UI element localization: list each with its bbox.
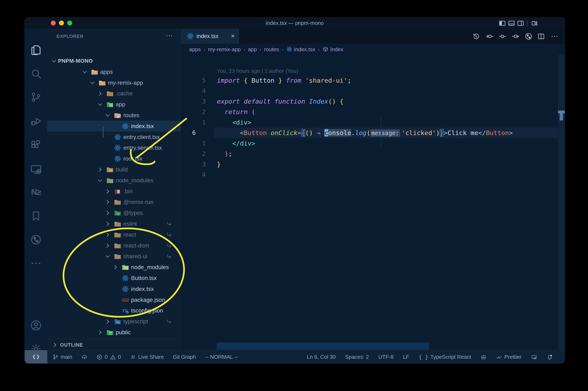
breadcrumb-my-remix-app[interactable]: my-remix-app	[208, 44, 241, 55]
code-line-5[interactable]: <div>	[217, 117, 251, 128]
tree-item-eslint[interactable]: eslint	[47, 218, 181, 229]
tree-item-shared-ui[interactable]: shared-ui	[47, 251, 181, 262]
previous-change-icon[interactable]	[486, 32, 494, 40]
tree-item-node-modules[interactable]: JSnode_modules	[47, 175, 181, 186]
titlebar-divider	[527, 20, 528, 26]
status-prettier[interactable]: Prettier	[496, 354, 522, 360]
activity-gitlens-gitlens-icon[interactable]	[30, 234, 42, 246]
tree-item-node-modules[interactable]: JSnode_modules	[47, 262, 181, 273]
code-token: onsole	[328, 129, 351, 136]
code-line-4[interactable]: return (	[217, 107, 255, 117]
status-notifications[interactable]	[547, 354, 553, 360]
tree-item-typescript[interactable]: TStypescript	[47, 316, 181, 327]
split-editor-icon[interactable]	[537, 32, 545, 40]
chevron-down-icon	[105, 112, 111, 118]
next-change-icon[interactable]	[511, 32, 519, 40]
tree-item-button-tsx[interactable]: Button.tsx	[47, 273, 181, 284]
status-language-mode[interactable]: { }TypeScript React	[419, 354, 471, 360]
status-branch[interactable]: main	[52, 354, 72, 360]
tree-item-entry-client-tsx[interactable]: entry.client.tsx	[47, 132, 181, 142]
breadcrumb-routes[interactable]: routes	[264, 44, 279, 55]
status-indentation[interactable]: Spaces: 2	[345, 354, 369, 360]
tree-item-routes[interactable]: routes	[47, 110, 181, 121]
status-vim-mode[interactable]: -- NORMAL --	[205, 354, 238, 360]
tree-item-label: eslint	[123, 218, 137, 229]
tree-item--types[interactable]: TS@types	[47, 207, 181, 218]
explorer-header: EXPLORER	[57, 29, 84, 44]
activity-bookmarks-bookmark-icon[interactable]	[30, 210, 42, 222]
tree-item-public[interactable]: public	[47, 327, 181, 338]
activity-nx-console-nx-console-icon[interactable]: N≥	[30, 186, 42, 198]
activity-more-views-ellipsis-icon[interactable]	[30, 257, 42, 270]
activity-explorer-files-icon[interactable]	[30, 44, 42, 56]
sidebar-section-outline[interactable]: OUTLINE	[47, 339, 181, 350]
status-eol[interactable]: LF	[403, 354, 409, 360]
tree-item-package-json[interactable]: npmpackage.json	[47, 294, 181, 305]
tree-item--cache[interactable]: .cache	[47, 88, 181, 99]
more-actions-icon[interactable]	[550, 32, 559, 40]
status-copilot[interactable]	[481, 354, 487, 360]
account-icon[interactable]	[30, 319, 42, 332]
status-git-graph[interactable]: Git Graph	[173, 354, 196, 360]
activity-run-debug-debug-icon[interactable]	[30, 115, 42, 127]
close-tab-icon[interactable]: ×	[231, 29, 235, 44]
tree-item-root-tsx[interactable]: root.tsx	[47, 153, 181, 164]
vertical-scrollbar[interactable]	[558, 55, 565, 350]
activity-source-control-source-control-icon[interactable]	[30, 91, 42, 103]
tree-item--bin[interactable]: 0110.bin	[47, 186, 181, 197]
status-label: UTF-8	[378, 354, 393, 360]
history-icon[interactable]	[472, 32, 480, 40]
code-line-9[interactable]: }	[217, 159, 221, 170]
tree-item-react[interactable]: react	[47, 229, 181, 240]
tree-item-react-dom[interactable]: react-dom	[47, 240, 181, 251]
status-publish[interactable]	[81, 354, 87, 360]
status-encoding[interactable]: UTF-8	[378, 354, 393, 360]
git-graph-icon[interactable]	[524, 32, 533, 40]
svg-text:⚙: ⚙	[110, 104, 112, 107]
activity-remote-explorer-remote-explorer-icon[interactable]	[30, 163, 42, 175]
code-line-1[interactable]: import { Button } from 'shared-ui';	[217, 75, 351, 86]
horizontal-scrollbar[interactable]	[217, 342, 429, 350]
breadcrumb-app[interactable]: app	[248, 44, 257, 55]
status-live-share[interactable]: Live Share	[130, 354, 164, 360]
remote-indicator[interactable]	[25, 350, 47, 364]
breadcrumb-separator: ›	[282, 44, 283, 55]
tree-item-index-tsx[interactable]: index.tsx	[47, 284, 181, 294]
tree-item-build[interactable]: build	[47, 164, 181, 175]
code-line-3[interactable]: export default function Index() {	[217, 96, 344, 107]
code-line-8[interactable]: );	[217, 149, 232, 159]
explorer-more-actions[interactable]: ⋯	[166, 29, 173, 44]
compare-change-icon[interactable]	[498, 32, 507, 40]
customize-layout-icon[interactable]	[531, 19, 538, 27]
toggle-primary-sidebar-icon[interactable]	[498, 19, 506, 27]
tree-item--remix-run[interactable]: @remix-run	[47, 196, 181, 207]
tree-item-apps[interactable]: apps	[47, 66, 181, 77]
activity-search-search-icon[interactable]	[30, 67, 42, 80]
activity-extensions-extensions-icon[interactable]	[30, 139, 42, 151]
tree-item-tsconfig-json[interactable]: TStsconfig.json	[47, 305, 181, 316]
code-line-6[interactable]: <Button onClick={() ⇒ console.log(messag…	[217, 128, 513, 138]
tab-index-tsx[interactable]: index.tsx ×	[181, 29, 239, 44]
tree-item-my-remix-app[interactable]: my-remix-app	[47, 77, 181, 88]
folder-ts-blue-icon: TS	[114, 318, 121, 325]
toggle-secondary-sidebar-icon[interactable]	[517, 19, 524, 27]
gutter-line-current: 6	[181, 128, 214, 138]
tree-item-label: build	[116, 164, 128, 175]
breadcrumb: apps›my-remix-app›app›routes›index.tsx›I…	[189, 44, 343, 55]
chevron-down-icon	[89, 80, 96, 86]
chevron-right-icon	[112, 264, 119, 270]
toggle-panel-icon[interactable]	[508, 19, 515, 27]
tree-item-pnpm-mono[interactable]: PNPM-MONO	[47, 56, 181, 66]
breadcrumb-apps[interactable]: apps	[189, 44, 201, 55]
breadcrumb-index-tsx[interactable]: index.tsx	[286, 44, 315, 55]
tree-item-app[interactable]: ⚙app	[47, 99, 181, 110]
code-token	[305, 98, 309, 105]
status-feedback[interactable]	[531, 354, 537, 360]
code-line-7[interactable]: </div>	[217, 138, 255, 149]
tree-item-entry-server-tsx[interactable]: entry.server.tsx	[47, 142, 181, 153]
code-token: {	[340, 98, 344, 105]
tree-item-index-tsx[interactable]: index.tsx	[47, 121, 181, 132]
breadcrumb-index[interactable]: Index	[322, 44, 343, 55]
status-cursor-position[interactable]: Ln 6, Col 30	[307, 354, 336, 360]
status-problems[interactable]: 00	[97, 354, 121, 360]
